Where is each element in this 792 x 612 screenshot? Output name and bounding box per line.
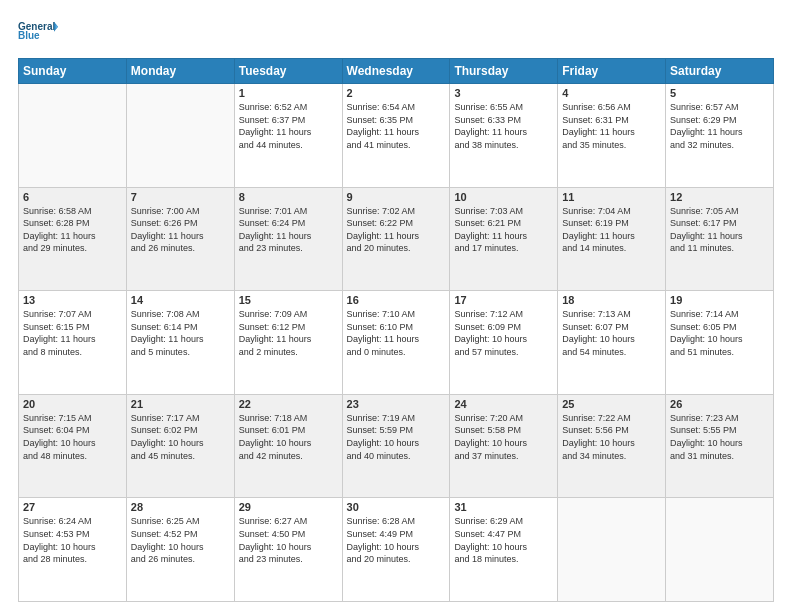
week-row-1: 1Sunrise: 6:52 AM Sunset: 6:37 PM Daylig… [19, 84, 774, 188]
calendar-cell: 7Sunrise: 7:00 AM Sunset: 6:26 PM Daylig… [126, 187, 234, 291]
day-info: Sunrise: 7:23 AM Sunset: 5:55 PM Dayligh… [670, 412, 769, 462]
day-number: 18 [562, 294, 661, 306]
calendar-cell: 17Sunrise: 7:12 AM Sunset: 6:09 PM Dayli… [450, 291, 558, 395]
calendar-cell: 31Sunrise: 6:29 AM Sunset: 4:47 PM Dayli… [450, 498, 558, 602]
day-number: 23 [347, 398, 446, 410]
weekday-friday: Friday [558, 59, 666, 84]
day-number: 21 [131, 398, 230, 410]
day-info: Sunrise: 6:25 AM Sunset: 4:52 PM Dayligh… [131, 515, 230, 565]
calendar-cell: 29Sunrise: 6:27 AM Sunset: 4:50 PM Dayli… [234, 498, 342, 602]
calendar-cell: 16Sunrise: 7:10 AM Sunset: 6:10 PM Dayli… [342, 291, 450, 395]
day-number: 17 [454, 294, 553, 306]
calendar-cell [666, 498, 774, 602]
page: General Blue SundayMondayTuesdayWednesda… [0, 0, 792, 612]
day-info: Sunrise: 7:10 AM Sunset: 6:10 PM Dayligh… [347, 308, 446, 358]
weekday-wednesday: Wednesday [342, 59, 450, 84]
day-info: Sunrise: 7:13 AM Sunset: 6:07 PM Dayligh… [562, 308, 661, 358]
week-row-5: 27Sunrise: 6:24 AM Sunset: 4:53 PM Dayli… [19, 498, 774, 602]
day-info: Sunrise: 7:20 AM Sunset: 5:58 PM Dayligh… [454, 412, 553, 462]
day-number: 5 [670, 87, 769, 99]
day-info: Sunrise: 6:27 AM Sunset: 4:50 PM Dayligh… [239, 515, 338, 565]
day-info: Sunrise: 6:54 AM Sunset: 6:35 PM Dayligh… [347, 101, 446, 151]
logo-svg: General Blue [18, 18, 58, 48]
calendar-cell: 14Sunrise: 7:08 AM Sunset: 6:14 PM Dayli… [126, 291, 234, 395]
calendar-cell: 25Sunrise: 7:22 AM Sunset: 5:56 PM Dayli… [558, 394, 666, 498]
calendar-table: SundayMondayTuesdayWednesdayThursdayFrid… [18, 58, 774, 602]
day-number: 27 [23, 501, 122, 513]
day-number: 3 [454, 87, 553, 99]
day-number: 6 [23, 191, 122, 203]
weekday-thursday: Thursday [450, 59, 558, 84]
day-info: Sunrise: 7:00 AM Sunset: 6:26 PM Dayligh… [131, 205, 230, 255]
day-number: 11 [562, 191, 661, 203]
calendar-cell: 30Sunrise: 6:28 AM Sunset: 4:49 PM Dayli… [342, 498, 450, 602]
calendar-cell: 6Sunrise: 6:58 AM Sunset: 6:28 PM Daylig… [19, 187, 127, 291]
day-info: Sunrise: 6:58 AM Sunset: 6:28 PM Dayligh… [23, 205, 122, 255]
svg-text:Blue: Blue [18, 30, 40, 41]
calendar-cell: 18Sunrise: 7:13 AM Sunset: 6:07 PM Dayli… [558, 291, 666, 395]
weekday-sunday: Sunday [19, 59, 127, 84]
day-info: Sunrise: 6:28 AM Sunset: 4:49 PM Dayligh… [347, 515, 446, 565]
day-info: Sunrise: 6:57 AM Sunset: 6:29 PM Dayligh… [670, 101, 769, 151]
calendar-cell: 5Sunrise: 6:57 AM Sunset: 6:29 PM Daylig… [666, 84, 774, 188]
day-info: Sunrise: 6:29 AM Sunset: 4:47 PM Dayligh… [454, 515, 553, 565]
day-number: 15 [239, 294, 338, 306]
day-number: 10 [454, 191, 553, 203]
calendar-cell [126, 84, 234, 188]
calendar-cell: 12Sunrise: 7:05 AM Sunset: 6:17 PM Dayli… [666, 187, 774, 291]
calendar-cell: 9Sunrise: 7:02 AM Sunset: 6:22 PM Daylig… [342, 187, 450, 291]
day-number: 1 [239, 87, 338, 99]
week-row-2: 6Sunrise: 6:58 AM Sunset: 6:28 PM Daylig… [19, 187, 774, 291]
day-info: Sunrise: 6:55 AM Sunset: 6:33 PM Dayligh… [454, 101, 553, 151]
day-number: 8 [239, 191, 338, 203]
calendar-cell: 3Sunrise: 6:55 AM Sunset: 6:33 PM Daylig… [450, 84, 558, 188]
calendar-cell: 23Sunrise: 7:19 AM Sunset: 5:59 PM Dayli… [342, 394, 450, 498]
day-number: 2 [347, 87, 446, 99]
day-info: Sunrise: 7:09 AM Sunset: 6:12 PM Dayligh… [239, 308, 338, 358]
calendar-cell: 20Sunrise: 7:15 AM Sunset: 6:04 PM Dayli… [19, 394, 127, 498]
calendar-cell: 15Sunrise: 7:09 AM Sunset: 6:12 PM Dayli… [234, 291, 342, 395]
week-row-4: 20Sunrise: 7:15 AM Sunset: 6:04 PM Dayli… [19, 394, 774, 498]
day-number: 30 [347, 501, 446, 513]
calendar-cell: 1Sunrise: 6:52 AM Sunset: 6:37 PM Daylig… [234, 84, 342, 188]
svg-marker-3 [56, 24, 59, 29]
day-info: Sunrise: 7:08 AM Sunset: 6:14 PM Dayligh… [131, 308, 230, 358]
calendar-cell: 13Sunrise: 7:07 AM Sunset: 6:15 PM Dayli… [19, 291, 127, 395]
day-info: Sunrise: 7:04 AM Sunset: 6:19 PM Dayligh… [562, 205, 661, 255]
day-number: 19 [670, 294, 769, 306]
calendar-cell: 11Sunrise: 7:04 AM Sunset: 6:19 PM Dayli… [558, 187, 666, 291]
calendar-cell: 28Sunrise: 6:25 AM Sunset: 4:52 PM Dayli… [126, 498, 234, 602]
day-number: 26 [670, 398, 769, 410]
day-info: Sunrise: 7:14 AM Sunset: 6:05 PM Dayligh… [670, 308, 769, 358]
day-info: Sunrise: 7:01 AM Sunset: 6:24 PM Dayligh… [239, 205, 338, 255]
day-number: 24 [454, 398, 553, 410]
day-number: 22 [239, 398, 338, 410]
weekday-monday: Monday [126, 59, 234, 84]
weekday-tuesday: Tuesday [234, 59, 342, 84]
logo: General Blue [18, 18, 58, 48]
calendar-cell: 2Sunrise: 6:54 AM Sunset: 6:35 PM Daylig… [342, 84, 450, 188]
calendar-cell: 10Sunrise: 7:03 AM Sunset: 6:21 PM Dayli… [450, 187, 558, 291]
calendar-cell: 19Sunrise: 7:14 AM Sunset: 6:05 PM Dayli… [666, 291, 774, 395]
day-info: Sunrise: 7:12 AM Sunset: 6:09 PM Dayligh… [454, 308, 553, 358]
calendar-cell: 24Sunrise: 7:20 AM Sunset: 5:58 PM Dayli… [450, 394, 558, 498]
day-number: 29 [239, 501, 338, 513]
day-number: 9 [347, 191, 446, 203]
day-info: Sunrise: 7:18 AM Sunset: 6:01 PM Dayligh… [239, 412, 338, 462]
day-number: 31 [454, 501, 553, 513]
day-info: Sunrise: 7:05 AM Sunset: 6:17 PM Dayligh… [670, 205, 769, 255]
day-number: 25 [562, 398, 661, 410]
day-info: Sunrise: 6:24 AM Sunset: 4:53 PM Dayligh… [23, 515, 122, 565]
calendar-cell [19, 84, 127, 188]
calendar-cell: 26Sunrise: 7:23 AM Sunset: 5:55 PM Dayli… [666, 394, 774, 498]
day-number: 4 [562, 87, 661, 99]
day-number: 12 [670, 191, 769, 203]
weekday-header-row: SundayMondayTuesdayWednesdayThursdayFrid… [19, 59, 774, 84]
day-number: 7 [131, 191, 230, 203]
day-info: Sunrise: 7:03 AM Sunset: 6:21 PM Dayligh… [454, 205, 553, 255]
day-info: Sunrise: 7:02 AM Sunset: 6:22 PM Dayligh… [347, 205, 446, 255]
day-number: 14 [131, 294, 230, 306]
header: General Blue [18, 18, 774, 48]
calendar-cell: 22Sunrise: 7:18 AM Sunset: 6:01 PM Dayli… [234, 394, 342, 498]
day-info: Sunrise: 7:22 AM Sunset: 5:56 PM Dayligh… [562, 412, 661, 462]
